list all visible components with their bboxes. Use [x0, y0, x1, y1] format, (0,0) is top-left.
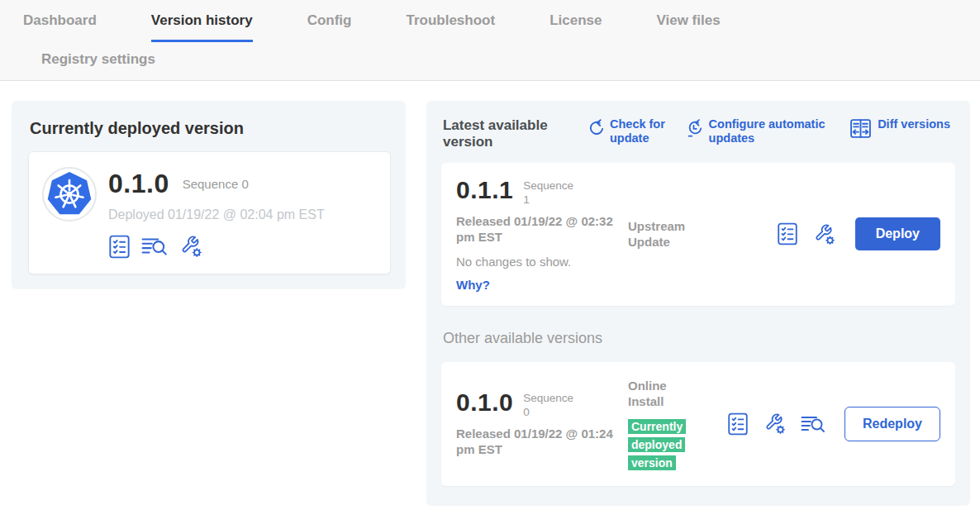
deployed-version-number: 0.1.0	[108, 169, 169, 199]
latest-source-label: Upstream Update	[628, 218, 727, 250]
why-link[interactable]: Why?	[456, 278, 628, 292]
check-for-update-link[interactable]: Check for update	[587, 117, 669, 145]
tab-troubleshoot[interactable]: Troubleshoot	[406, 12, 495, 42]
other-version-details: 0.1.0 Sequence 0 Released 01/19/22 @ 01:…	[456, 389, 628, 458]
check-for-update-label: Check for update	[610, 117, 669, 145]
view-logs-icon[interactable]	[141, 235, 168, 258]
configure-automatic-updates-label: Configure automatic updates	[709, 117, 835, 145]
refresh-arrow-icon	[587, 117, 604, 138]
deploy-button[interactable]: Deploy	[855, 217, 940, 250]
latest-version-number: 0.1.1	[456, 177, 513, 203]
latest-released-timestamp: Released 01/19/22 @ 02:32 pm EST	[456, 213, 615, 245]
install-type-label: Online Install	[628, 378, 681, 410]
nav-row-2: Registry settings	[23, 42, 980, 80]
preflight-checklist-icon[interactable]	[777, 222, 798, 245]
currently-deployed-panel: Currently deployed version	[12, 101, 406, 289]
nav-row-1: Dashboard Version history Config Trouble…	[23, 0, 980, 42]
latest-available-title: Latest available version	[443, 117, 557, 151]
other-version-number: 0.1.0	[456, 389, 513, 416]
preflight-checklist-icon[interactable]	[108, 235, 131, 259]
currently-deployed-title: Currently deployed version	[30, 119, 391, 138]
diff-versions-link[interactable]: Diff versions	[849, 117, 950, 145]
preflight-checklist-icon[interactable]	[727, 412, 749, 436]
deployed-version-details: 0.1.0 Sequence 0 Deployed 01/19/22 @ 02:…	[108, 167, 325, 259]
scheduled-update-icon	[685, 117, 703, 139]
tab-config[interactable]: Config	[307, 12, 352, 42]
tab-view-files[interactable]: View files	[656, 12, 720, 42]
kubernetes-logo-icon	[42, 167, 97, 222]
tab-dashboard[interactable]: Dashboard	[23, 12, 97, 42]
other-version-card: 0.1.0 Sequence 0 Released 01/19/22 @ 01:…	[441, 362, 955, 486]
other-sequence-label: Sequence 0	[523, 389, 583, 420]
edit-config-icon[interactable]	[178, 234, 203, 259]
top-navigation: Dashboard Version history Config Trouble…	[0, 0, 980, 81]
latest-version-card: 0.1.1 Sequence 1 Released 01/19/22 @ 02:…	[441, 163, 955, 306]
other-released-timestamp: Released 01/19/22 @ 01:24 pm EST	[456, 426, 615, 458]
redeploy-button[interactable]: Redeploy	[844, 407, 940, 441]
deployed-version-card: 0.1.0 Sequence 0 Deployed 01/19/22 @ 02:…	[28, 151, 391, 274]
main-content: Currently deployed version	[0, 81, 980, 506]
tab-registry-settings[interactable]: Registry settings	[41, 51, 155, 67]
edit-config-icon[interactable]	[763, 412, 787, 436]
currently-deployed-badge: Currently deployed version	[628, 417, 694, 472]
edit-config-icon[interactable]	[812, 222, 836, 246]
other-install-type: Online Install Currently deployed versio…	[628, 378, 727, 472]
latest-available-header: Latest available version Check for updat…	[441, 116, 955, 151]
tab-version-history[interactable]: Version history	[151, 12, 253, 42]
other-versions-title: Other available versions	[443, 330, 955, 347]
diff-icon	[849, 117, 872, 140]
deployed-timestamp: Deployed 01/19/22 @ 02:04 pm EST	[108, 207, 325, 222]
configure-automatic-updates-link[interactable]: Configure automatic updates	[685, 117, 835, 145]
latest-version-details: 0.1.1 Sequence 1 Released 01/19/22 @ 02:…	[456, 177, 628, 292]
view-logs-icon[interactable]	[801, 413, 825, 435]
diff-versions-label: Diff versions	[878, 117, 950, 131]
latest-sequence-label: Sequence 1	[523, 177, 583, 207]
deployed-sequence-label: Sequence 0	[183, 177, 249, 191]
no-changes-note: No changes to show.	[456, 255, 628, 269]
latest-available-panel: Latest available version Check for updat…	[426, 101, 970, 506]
tab-license[interactable]: License	[549, 12, 602, 42]
